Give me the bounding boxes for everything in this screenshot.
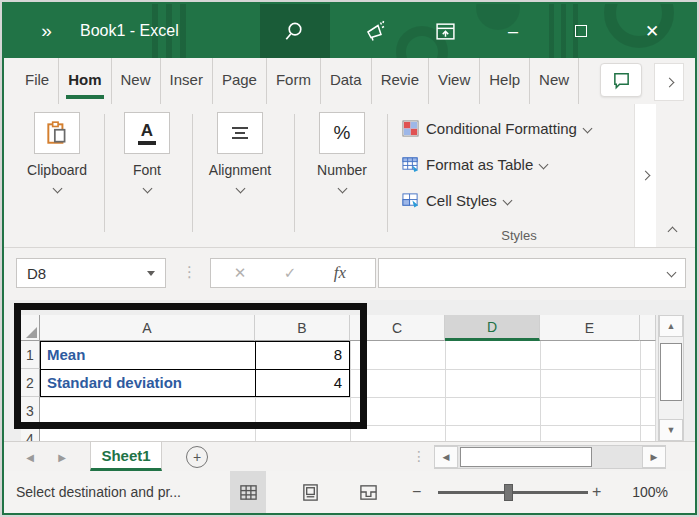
name-box[interactable]: D8 — [16, 258, 166, 288]
zoom-in-button[interactable]: + — [592, 471, 601, 513]
collapse-ribbon-button[interactable] — [656, 218, 688, 244]
zoom-slider-thumb[interactable] — [504, 484, 513, 501]
close-button[interactable]: ✕ — [628, 4, 676, 58]
zoom-slider[interactable] — [438, 491, 588, 494]
page-break-preview-button[interactable] — [350, 471, 386, 513]
chevron-down-icon — [337, 184, 347, 194]
tab-new[interactable]: New — [112, 58, 161, 104]
formula-input[interactable] — [378, 258, 686, 288]
new-sheet-button[interactable]: + — [186, 446, 208, 468]
group-divider — [387, 114, 388, 232]
vertical-scrollbar[interactable]: ▲ ▼ — [658, 315, 684, 441]
page-layout-icon — [301, 483, 320, 502]
window-frame: » Book1 - Excel — [0, 0, 699, 517]
tab-new-2[interactable]: New — [530, 58, 579, 104]
group-label: Number — [297, 162, 387, 178]
dropdown-arrow-icon[interactable] — [147, 271, 155, 276]
clipboard-icon — [34, 112, 80, 154]
font-icon: A — [124, 112, 170, 154]
styles-group-label: Styles — [424, 228, 614, 243]
page-layout-view-button[interactable] — [292, 471, 328, 513]
vertical-scrollbar-thumb[interactable] — [660, 343, 682, 401]
search-icon — [284, 20, 306, 42]
minimize-button[interactable]: – — [492, 4, 534, 58]
worksheet-grid: A B C D E 1 2 3 4 Mean 8 Standard deviat… — [4, 300, 695, 441]
scroll-down-button[interactable]: ▼ — [659, 419, 683, 441]
group-label: Clipboard — [12, 162, 102, 178]
tab-home[interactable]: Hom — [59, 58, 111, 104]
percent-icon: % — [319, 112, 365, 154]
enter-button[interactable]: ✓ — [273, 259, 307, 287]
chevron-down-icon — [539, 159, 549, 169]
expand-formula-bar-icon[interactable] — [667, 268, 677, 278]
ribbon-tab-bar: File Hom New Inser Page Form Data Revie … — [4, 58, 695, 104]
horizontal-scrollbar[interactable]: ◀ ▶ — [434, 445, 666, 469]
zoom-out-button[interactable]: − — [412, 471, 421, 513]
search-button[interactable] — [260, 4, 330, 58]
quick-access-overflow-button[interactable]: » — [28, 4, 64, 58]
annotation-rectangle — [14, 303, 367, 429]
styles-item-label: Format as Table — [426, 156, 533, 173]
font-group-button[interactable]: A Font — [102, 112, 192, 196]
whats-new-button[interactable] — [352, 4, 398, 58]
cell-styles-button[interactable]: Cell Styles — [402, 188, 511, 212]
column-header-partial[interactable] — [640, 315, 656, 341]
close-icon: ✕ — [645, 21, 659, 42]
chevron-up-icon — [667, 226, 677, 236]
conditional-formatting-icon — [402, 120, 419, 137]
status-bar: Select destination and pr... − — [4, 471, 695, 513]
tab-file[interactable]: File — [16, 58, 59, 104]
window-title: Book1 - Excel — [80, 4, 179, 58]
chevron-right-icon — [664, 77, 674, 87]
clipboard-group-button[interactable]: Clipboard — [12, 112, 102, 196]
ribbon-display-options-button[interactable] — [422, 4, 468, 58]
styles-item-label: Cell Styles — [426, 192, 497, 209]
tab-help[interactable]: Help — [480, 58, 530, 104]
ribbon-overflow-button[interactable] — [654, 63, 684, 101]
group-label: Font — [102, 162, 192, 178]
zoom-level[interactable]: 100% — [616, 471, 668, 513]
triangle-down-icon: ▼ — [667, 425, 676, 435]
format-as-table-icon — [402, 156, 419, 173]
alignment-icon — [217, 112, 263, 154]
format-as-table-button[interactable]: Format as Table — [402, 152, 547, 176]
tab-data[interactable]: Data — [321, 58, 372, 104]
conditional-formatting-button[interactable]: Conditional Formatting — [402, 116, 591, 140]
group-divider — [294, 114, 295, 232]
status-message: Select destination and pr... — [16, 471, 181, 513]
group-label: Alignment — [195, 162, 285, 178]
styles-item-label: Conditional Formatting — [426, 120, 577, 137]
tab-view[interactable]: View — [429, 58, 480, 104]
scroll-left-button[interactable]: ◀ — [434, 446, 458, 468]
cancel-button[interactable]: ✕ — [223, 259, 257, 287]
normal-view-button[interactable] — [230, 471, 266, 513]
scroll-right-button[interactable]: ▶ — [642, 446, 666, 468]
scroll-up-button[interactable]: ▲ — [659, 315, 683, 337]
triangle-right-icon: ▶ — [58, 452, 66, 463]
alignment-group-button[interactable]: Alignment — [195, 112, 285, 196]
column-header-e[interactable]: E — [540, 315, 640, 341]
insert-function-button[interactable]: fx — [323, 259, 357, 287]
horizontal-scrollbar-thumb[interactable] — [460, 447, 592, 467]
prev-sheet-button[interactable]: ◀ — [20, 442, 40, 472]
gridline — [540, 341, 541, 441]
comments-button[interactable] — [600, 63, 642, 97]
tab-formulas[interactable]: Form — [267, 58, 321, 104]
tab-bar-grip[interactable]: ⋮ — [412, 448, 426, 464]
maximize-button[interactable] — [560, 4, 602, 58]
megaphone-icon — [363, 19, 387, 43]
gridline — [655, 341, 656, 441]
gridline — [445, 341, 446, 441]
column-header-d[interactable]: D — [445, 315, 540, 341]
tab-insert[interactable]: Inser — [161, 58, 213, 104]
styles-more-button[interactable] — [634, 104, 656, 247]
triangle-left-icon: ◀ — [443, 452, 450, 462]
formula-bar-buttons: ✕ ✓ fx — [210, 258, 376, 288]
formula-bar-grip[interactable]: ⋮ — [182, 263, 197, 281]
tab-page-layout[interactable]: Page — [213, 58, 267, 104]
number-group-button[interactable]: % Number — [297, 112, 387, 196]
plus-icon: + — [193, 449, 201, 465]
next-sheet-button[interactable]: ▶ — [52, 442, 72, 472]
sheet-tab-sheet1[interactable]: Sheet1 — [90, 442, 162, 471]
tab-review[interactable]: Revie — [372, 58, 429, 104]
